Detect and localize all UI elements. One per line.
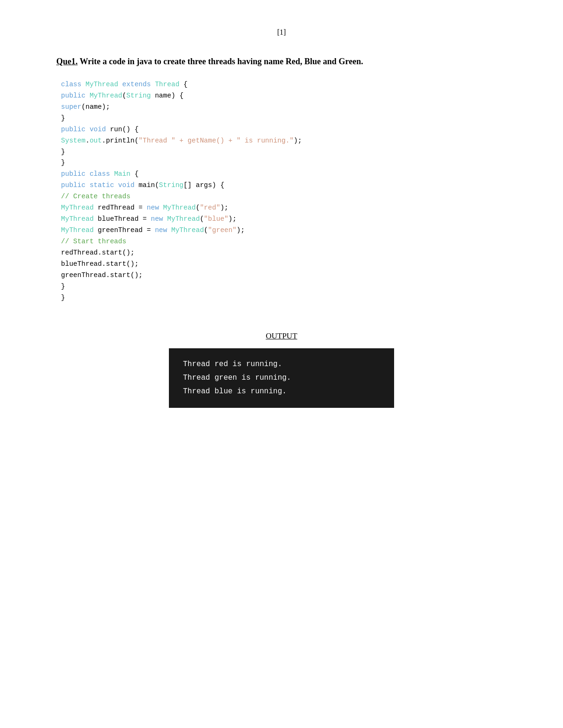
code-line-16: redThread.start(); [61,248,507,259]
page-number: [1] [56,28,507,37]
code-line-14: MyThread greenThread = new MyThread("gre… [61,225,507,236]
question-header: Que1. Write a code in java to create thr… [56,55,507,68]
code-line-13: MyThread blueThread = new MyThread("blue… [61,214,507,225]
code-line-12: MyThread redThread = new MyThread("red")… [61,203,507,214]
code-line-9: public class Main { [61,169,507,180]
output-label: OUTPUT [56,331,507,341]
code-line-20: } [61,293,507,304]
code-line-6: System.out.println("Thread " + getName()… [61,135,507,147]
code-line-3: super(name); [61,102,507,113]
code-line-10: public static void main(String[] args) { [61,180,507,191]
question-text: Write a code in java to create three thr… [78,57,363,66]
code-line-5: public void run() { [61,124,507,135]
output-terminal: Thread red is running. Thread green is r… [169,348,394,407]
code-line-8: } [61,158,507,169]
output-line-3: Thread blue is running. [183,385,380,398]
output-section: OUTPUT Thread red is running. Thread gre… [56,331,507,407]
code-line-11: // Create threads [61,191,507,203]
question-label: Que1. [56,57,78,66]
code-line-7: } [61,147,507,158]
code-line-15: // Start threads [61,236,507,248]
code-line-19: } [61,281,507,293]
code-line-17: blueThread.start(); [61,259,507,270]
code-line-2: public MyThread(String name) { [61,90,507,102]
code-block: class MyThread extends Thread { public M… [56,79,507,303]
code-line-18: greenThread.start(); [61,270,507,281]
code-line-1: class MyThread extends Thread { [61,79,507,90]
code-line-4: } [61,113,507,124]
output-line-1: Thread red is running. [183,358,380,371]
output-line-2: Thread green is running. [183,371,380,385]
